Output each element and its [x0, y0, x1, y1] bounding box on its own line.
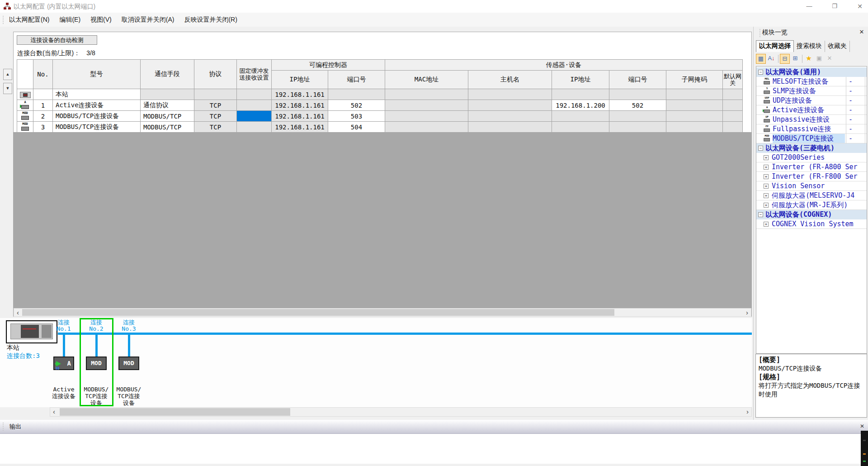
cell-model[interactable]: 本站 [53, 89, 141, 100]
scroll-right-arrow-icon[interactable]: › [743, 309, 751, 316]
expand-icon[interactable]: + [764, 203, 769, 208]
menu-item-4[interactable]: 反映设置并关闭(R) [179, 16, 242, 23]
module-item[interactable]: +Inverter (FR-A800 Ser [756, 162, 867, 172]
cell-method[interactable] [141, 89, 194, 100]
cell-protocol[interactable] [194, 89, 237, 100]
cell-model[interactable]: MODBUS/TCP连接设备 [53, 122, 141, 133]
module-item[interactable]: +Inverter (FR-F800 Ser [756, 172, 867, 181]
module-list-close-icon[interactable]: ✕ [857, 28, 866, 37]
expand-icon[interactable]: + [764, 222, 769, 227]
module-item[interactable]: +伺服放大器(MELSERVO-J4 [756, 191, 867, 200]
cell-protocol[interactable]: TCP [194, 122, 237, 133]
expand-icon[interactable]: + [764, 155, 769, 160]
module-item[interactable]: FPFullpassive连接- [756, 124, 867, 134]
restore-button[interactable]: ❐ [825, 1, 844, 12]
cell-mac[interactable] [385, 89, 468, 100]
move-up-button[interactable]: ▲ [3, 69, 12, 80]
modbus-device-icon[interactable]: MOD [118, 357, 139, 370]
cell-plc-port[interactable]: 503 [328, 111, 385, 122]
local-station-image[interactable] [6, 320, 57, 343]
tree-collapse-icon[interactable]: ⊟ [780, 54, 790, 64]
cell-sensor-port[interactable]: 502 [609, 100, 666, 111]
cell-no[interactable] [33, 89, 53, 100]
cell-sensor-port[interactable] [609, 89, 666, 100]
cell-sensor-port[interactable] [609, 122, 666, 133]
cell-plc-ip[interactable]: 192.168.1.161 [272, 122, 328, 133]
module-item[interactable]: SSLMP连接设备- [756, 86, 867, 96]
tab-搜索模块[interactable]: 搜索模块 [794, 41, 825, 52]
expand-icon[interactable]: + [764, 174, 769, 179]
cell-host[interactable] [468, 111, 552, 122]
collapse-icon[interactable]: − [758, 70, 763, 75]
scrollbar-thumb[interactable] [60, 408, 290, 416]
scroll-left-arrow-icon[interactable]: ‹ [50, 408, 58, 415]
collapse-icon[interactable]: − [758, 212, 763, 217]
cell-method[interactable]: 通信协议 [141, 100, 194, 111]
cell-mac[interactable] [385, 122, 468, 133]
module-item[interactable]: UDPUDP连接设备- [756, 96, 867, 105]
menu-item-0[interactable]: 以太网配置(N) [4, 16, 54, 23]
module-group[interactable]: −以太网设备(通用) [756, 67, 867, 77]
cell-plc-port[interactable] [328, 89, 385, 100]
cell-gateway[interactable] [723, 111, 743, 122]
cell-sensor-ip[interactable]: 192.168.1.200 [552, 100, 609, 111]
cell-no[interactable]: 3 [33, 122, 53, 133]
table-horizontal-scrollbar[interactable]: ‹ › [14, 308, 751, 317]
menu-item-3[interactable]: 取消设置并关闭(A) [117, 16, 179, 23]
menu-item-2[interactable]: 视图(V) [85, 16, 117, 23]
cell-host[interactable] [468, 89, 552, 100]
cell-plc-ip[interactable]: 192.168.1.161 [272, 89, 328, 100]
auto-detect-button[interactable]: 连接设备的自动检测 [17, 35, 97, 45]
module-item[interactable]: +COGNEX Vision System [756, 219, 867, 229]
cell-subnet-mask[interactable] [666, 89, 723, 100]
cell-subnet-mask[interactable] [666, 122, 723, 133]
cell-fixed-buffer[interactable] [237, 111, 272, 122]
tab-以太网选择[interactable]: 以太网选择 [756, 40, 794, 52]
cell-no[interactable]: 2 [33, 111, 53, 122]
scroll-left-arrow-icon[interactable]: ‹ [14, 309, 22, 316]
remove-favorite-icon[interactable]: ✕ [825, 54, 835, 64]
expand-icon[interactable]: + [764, 193, 769, 198]
module-item[interactable]: MODMODBUS/TCP连接设- [756, 134, 867, 143]
cell-subnet-mask[interactable] [666, 111, 723, 122]
close-button[interactable]: ✕ [850, 1, 868, 12]
active-device-icon[interactable]: A⟫⟫ [53, 357, 74, 370]
cell-fixed-buffer[interactable] [237, 100, 272, 111]
cell-host[interactable] [468, 100, 552, 111]
tab-收藏夹[interactable]: 收藏夹 [825, 41, 850, 52]
cell-fixed-buffer[interactable] [237, 122, 272, 133]
cell-sensor-ip[interactable] [552, 122, 609, 133]
module-group[interactable]: −以太网设备(三菱电机) [756, 143, 867, 153]
module-image-view-icon[interactable]: ▦ [756, 54, 766, 64]
cell-host[interactable] [468, 122, 552, 133]
module-group[interactable]: −以太网设备(COGNEX) [756, 210, 867, 219]
cell-plc-port[interactable]: 502 [328, 100, 385, 111]
module-item[interactable]: +Vision Sensor [756, 181, 867, 191]
cell-method[interactable]: MODBUS/TCP [141, 122, 194, 133]
module-item[interactable]: AActive连接设备- [756, 105, 867, 115]
cell-subnet-mask[interactable] [666, 100, 723, 111]
cell-model[interactable]: Active连接设备 [53, 100, 141, 111]
expand-icon[interactable]: + [764, 184, 769, 189]
expand-icon[interactable]: + [764, 165, 769, 170]
cell-plc-ip[interactable]: 192.168.1.161 [272, 111, 328, 122]
cell-gateway[interactable] [723, 89, 743, 100]
cell-mac[interactable] [385, 111, 468, 122]
cell-protocol[interactable]: TCP [194, 111, 237, 122]
module-item[interactable]: UPUnpassive连接设- [756, 115, 867, 124]
collapse-icon[interactable]: − [758, 146, 763, 151]
module-item[interactable]: +GOT2000Series [756, 153, 867, 162]
module-item[interactable]: MELMELSOFT连接设备- [756, 77, 867, 86]
scrollbar-thumb[interactable] [22, 309, 614, 316]
cell-mac[interactable] [385, 100, 468, 111]
minimize-button[interactable]: — [799, 1, 819, 12]
cell-sensor-ip[interactable] [552, 111, 609, 122]
cell-plc-port[interactable]: 504 [328, 122, 385, 133]
cell-fixed-buffer[interactable] [237, 89, 272, 100]
move-down-button[interactable]: ▼ [3, 83, 12, 94]
cell-protocol[interactable]: TCP [194, 100, 237, 111]
menu-item-1[interactable]: 编辑(E) [54, 16, 85, 23]
cell-model[interactable]: MODBUS/TCP连接设备 [53, 111, 141, 122]
cell-method[interactable]: MODBUS/TCP [141, 111, 194, 122]
module-item[interactable]: +伺服放大器(MR-JE系列) [756, 200, 867, 210]
